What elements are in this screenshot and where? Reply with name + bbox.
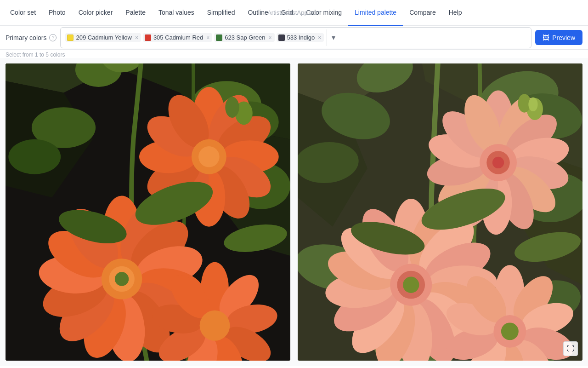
toolbar: Primary colors ? 209 Cadmium Yellow × 30… xyxy=(0,26,588,50)
nav-item-help[interactable]: Help xyxy=(442,0,469,26)
color-swatch-indigo xyxy=(278,34,285,41)
remove-cadmium-yellow[interactable]: × xyxy=(135,35,138,40)
nav-item-photo[interactable]: Photo xyxy=(42,0,72,26)
right-image-panel: ⛶ xyxy=(298,63,582,361)
remove-cadmium-red[interactable]: × xyxy=(206,35,209,40)
nav-item-palette[interactable]: Palette xyxy=(119,0,152,26)
nav-bar: Color set Photo Color picker Palette Ton… xyxy=(0,0,588,26)
color-pills-container[interactable]: 209 Cadmium Yellow × 305 Cadmium Red × 6… xyxy=(60,27,531,48)
left-image-svg xyxy=(6,63,290,361)
remove-indigo[interactable]: × xyxy=(318,35,321,40)
color-dropdown-arrow[interactable]: ▾ xyxy=(327,29,339,46)
svg-point-11 xyxy=(8,139,61,174)
nav-item-simplified[interactable]: Simplified xyxy=(201,0,242,26)
color-swatch-cadmium-yellow xyxy=(67,34,74,41)
nav-item-compare[interactable]: Compare xyxy=(403,0,442,26)
nav-item-color-set[interactable]: Color set xyxy=(4,0,42,26)
left-image-panel xyxy=(6,63,290,361)
hint-row: Select from 1 to 5 colors xyxy=(0,50,588,58)
color-label-indigo: 533 Indigo xyxy=(287,34,315,41)
preview-button[interactable]: 🖼 Preview xyxy=(535,30,582,45)
nav-item-tonal-values[interactable]: Tonal values xyxy=(152,0,201,26)
color-pill-sap-green: 623 Sap Green × xyxy=(214,33,274,42)
nav-item-color-picker[interactable]: Color picker xyxy=(72,0,119,26)
svg-rect-129 xyxy=(298,63,582,361)
fullscreen-button[interactable]: ⛶ xyxy=(563,341,578,356)
color-swatch-sap-green xyxy=(216,34,222,41)
svg-point-43 xyxy=(115,272,129,286)
color-swatch-cadmium-red xyxy=(145,34,151,41)
svg-point-26 xyxy=(198,146,220,167)
color-pill-cadmium-yellow: 209 Cadmium Yellow × xyxy=(65,33,141,42)
color-label-sap-green: 623 Sap Green xyxy=(225,34,265,41)
images-area: ⛶ xyxy=(0,58,588,366)
svg-point-58 xyxy=(225,97,239,118)
nav-item-limited-palette[interactable]: Limited palette xyxy=(348,0,403,26)
color-label-cadmium-yellow: 209 Cadmium Yellow xyxy=(76,34,131,41)
right-image-svg xyxy=(298,63,582,361)
app-domain: ArtistAssistApp.com xyxy=(267,9,321,16)
svg-point-53 xyxy=(200,310,230,341)
remove-sap-green[interactable]: × xyxy=(268,35,271,40)
color-label-cadmium-red: 305 Cadmium Red xyxy=(153,34,203,41)
color-pill-indigo: 533 Indigo × xyxy=(277,33,324,42)
help-icon[interactable]: ? xyxy=(49,34,57,41)
fullscreen-icon: ⛶ xyxy=(567,345,574,353)
preview-icon: 🖼 xyxy=(543,34,549,41)
color-pill-cadmium-red: 305 Cadmium Red × xyxy=(143,33,212,42)
primary-colors-label: Primary colors ? xyxy=(6,34,57,41)
